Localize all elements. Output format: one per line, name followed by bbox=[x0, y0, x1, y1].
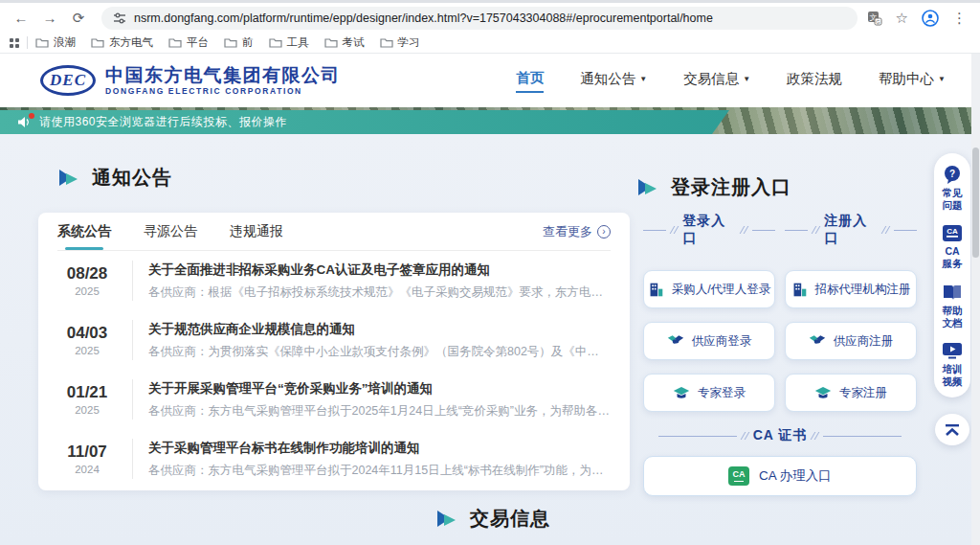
folder-icon bbox=[269, 37, 282, 48]
bookmark-folder-dongfang[interactable]: 东方电气 bbox=[91, 35, 153, 50]
dec-logo-icon: DEC bbox=[40, 65, 96, 96]
chevron-down-icon: ▼ bbox=[639, 75, 647, 83]
announcements-section-heading: 通知公告 bbox=[57, 165, 172, 191]
supplier-register-button[interactable]: 供应商注册 bbox=[785, 322, 917, 360]
section-arrow-icon bbox=[636, 178, 659, 197]
chevron-down-icon: ▼ bbox=[938, 75, 946, 83]
speaker-icon bbox=[17, 116, 31, 128]
graduation-cap-icon bbox=[673, 385, 690, 401]
bookmark-star-icon[interactable]: ☆ bbox=[896, 10, 908, 27]
announcement-desc: 各供应商：东方电气采购管理平台拟于2025年1月24日上线“竞价采购”业务，为帮… bbox=[148, 403, 611, 420]
company-name-cn: 中国东方电气集团有限公司 bbox=[105, 65, 341, 86]
trade-section-heading: 交易信息 bbox=[435, 506, 550, 532]
address-bar[interactable]: nsrm.dongfang.com/platform/runtime/epp/d… bbox=[101, 7, 858, 30]
svg-text:CA: CA bbox=[947, 227, 958, 236]
folder-icon bbox=[35, 37, 49, 48]
browser-toolbar: ← → ⟳ nsrm.dongfang.com/platform/runtime… bbox=[0, 3, 980, 33]
view-more-link[interactable]: 查看更多 › bbox=[543, 223, 611, 240]
announcement-date: 01/21 2025 bbox=[57, 383, 117, 416]
help-docs-shortcut[interactable]: 帮助文档 bbox=[942, 284, 963, 329]
hero-banner-image: 请使用360安全浏览器进行后续投标、报价操作 bbox=[0, 107, 980, 134]
bookmark-folder-platform[interactable]: 平台 bbox=[168, 35, 209, 50]
ca-card-icon: CA bbox=[942, 224, 963, 242]
divider bbox=[132, 320, 133, 360]
browser-notice-bar: 请使用360安全浏览器进行后续投标、报价操作 bbox=[0, 110, 729, 134]
announcements-card: 系统公告 寻源公告 违规通报 查看更多 › 08/28 2025 关于全面推进非… bbox=[38, 213, 630, 490]
folder-icon bbox=[324, 37, 338, 48]
notice-bar-text: 请使用360安全浏览器进行后续投标、报价操作 bbox=[39, 114, 287, 130]
handshake-icon bbox=[809, 333, 826, 349]
chrome-menu-icon[interactable]: ⋮ bbox=[952, 10, 967, 27]
nav-notices[interactable]: 通知公告▼ bbox=[580, 70, 647, 92]
profile-avatar-icon[interactable] bbox=[922, 10, 939, 27]
announcement-title: 关于规范供应商企业规模信息的通知 bbox=[148, 321, 611, 338]
svg-text:G: G bbox=[876, 18, 880, 24]
chevron-right-icon: › bbox=[597, 225, 611, 238]
faq-shortcut[interactable]: ? 常见问题 bbox=[942, 165, 963, 212]
nav-home[interactable]: 首页 bbox=[516, 69, 544, 93]
book-icon bbox=[942, 284, 963, 302]
company-name-en: DONGFANG ELECTRIC CORPORATION bbox=[105, 86, 341, 96]
tab-violation-reports[interactable]: 违规通报 bbox=[230, 213, 283, 250]
expert-register-button[interactable]: 专家注册 bbox=[785, 374, 917, 412]
announcement-title: 关于采购管理平台标书在线制作功能培训的通知 bbox=[148, 440, 611, 457]
login-section-heading: 登录注册入口 bbox=[636, 174, 791, 200]
folder-icon bbox=[168, 37, 182, 48]
bookmark-folder-tools[interactable]: 工具 bbox=[269, 35, 309, 50]
page-scrollbar[interactable] bbox=[971, 54, 980, 545]
announcement-row[interactable]: 01/21 2025 关于开展采购管理平台“竞价采购业务”培训的通知 各供应商：… bbox=[57, 370, 611, 429]
announcement-date: 08/28 2025 bbox=[57, 264, 117, 297]
nav-policies[interactable]: 政策法规 bbox=[787, 70, 842, 92]
back-to-top-button[interactable] bbox=[935, 414, 969, 445]
announcement-title: 关于开展采购管理平台“竞价采购业务”培训的通知 bbox=[148, 380, 611, 397]
alert-dot bbox=[29, 113, 34, 119]
ca-service-shortcut[interactable]: CA CA服务 bbox=[942, 224, 963, 270]
announcement-date: 11/07 2024 bbox=[57, 443, 117, 475]
bookmark-folder-study[interactable]: 学习 bbox=[380, 35, 420, 50]
folder-icon bbox=[380, 37, 393, 48]
announcement-desc: 各供应商：根据《电子招标投标系统技术规范》《电子采购交易规范》要求，东方电气采购… bbox=[148, 284, 611, 301]
training-videos-shortcut[interactable]: 培训视频 bbox=[942, 342, 963, 388]
tab-sourcing-notices[interactable]: 寻源公告 bbox=[144, 213, 197, 250]
expert-login-button[interactable]: 专家登录 bbox=[643, 374, 775, 412]
company-logo[interactable]: DEC 中国东方电气集团有限公司 DONGFANG ELECTRIC CORPO… bbox=[40, 65, 341, 96]
page-content: 通知公告 系统公告 寻源公告 违规通报 查看更多 › 08/28 2025 关于… bbox=[0, 134, 980, 545]
register-group-header: 注册入口 bbox=[785, 213, 917, 247]
chevron-down-icon: ▼ bbox=[743, 75, 750, 83]
announcement-desc: 各供应商：为贯彻落实《保障中小企业款项支付条例》（国务院令第802号）及《中小企… bbox=[148, 344, 611, 360]
question-bubble-icon: ? bbox=[942, 165, 963, 184]
reload-button[interactable]: ⟳ bbox=[67, 7, 90, 30]
ca-group-header: CA 证书 bbox=[643, 427, 917, 444]
announcement-title: 关于全面推进非招标采购业务CA认证及电子签章应用的通知 bbox=[148, 261, 611, 279]
bookmark-folder-front[interactable]: 前 bbox=[224, 35, 254, 50]
apps-grid-icon[interactable] bbox=[10, 38, 19, 48]
section-title: 交易信息 bbox=[470, 506, 550, 532]
section-arrow-icon bbox=[435, 510, 458, 529]
building-icon bbox=[791, 282, 808, 298]
bidding-agency-register-button[interactable]: 招标代理机构注册 bbox=[785, 270, 917, 308]
login-group-header: 登录入口 bbox=[643, 213, 775, 247]
announcement-row[interactable]: 04/03 2025 关于规范供应商企业规模信息的通知 各供应商：为贯彻落实《保… bbox=[57, 310, 611, 370]
collapse-top-icon bbox=[944, 423, 961, 437]
nav-help-center[interactable]: 帮助中心▼ bbox=[879, 70, 946, 92]
announcement-row[interactable]: 08/28 2025 关于全面推进非招标采购业务CA认证及电子签章应用的通知 各… bbox=[57, 251, 611, 310]
scrollbar-thumb[interactable] bbox=[972, 148, 979, 258]
announcement-date: 04/03 2025 bbox=[57, 324, 117, 356]
ca-apply-button[interactable]: CA CA 办理入口 bbox=[643, 456, 917, 496]
buyer-agent-login-button[interactable]: 采购人/代理人登录 bbox=[643, 270, 775, 308]
forward-button[interactable]: → bbox=[38, 7, 61, 30]
svg-text:?: ? bbox=[949, 169, 955, 179]
nav-trade-info[interactable]: 交易信息▼ bbox=[683, 70, 750, 92]
back-button[interactable]: ← bbox=[10, 7, 33, 30]
site-settings-icon[interactable] bbox=[113, 11, 126, 25]
supplier-login-button[interactable]: 供应商登录 bbox=[643, 322, 775, 360]
video-icon bbox=[942, 342, 963, 360]
translate-icon[interactable]: 文 G bbox=[867, 11, 882, 26]
bookmark-folder-langchao[interactable]: 浪潮 bbox=[35, 35, 76, 50]
bookmark-folder-exam[interactable]: 考试 bbox=[324, 35, 365, 50]
bookmarks-divider bbox=[27, 36, 28, 49]
main-nav: 首页 通知公告▼ 交易信息▼ 政策法规 帮助中心▼ bbox=[516, 69, 946, 93]
section-arrow-icon bbox=[57, 169, 80, 188]
announcement-row[interactable]: 11/07 2024 关于采购管理平台标书在线制作功能培训的通知 各供应商：东方… bbox=[57, 429, 611, 488]
tab-system-notices[interactable]: 系统公告 bbox=[57, 213, 111, 250]
